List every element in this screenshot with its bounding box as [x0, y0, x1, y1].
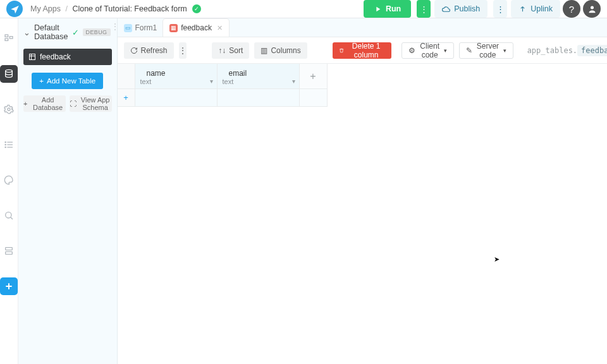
- tab-bar: ▭ Form1 ▦ feedback ✕: [118, 18, 607, 37]
- column-name: name: [140, 69, 212, 78]
- columns-icon: ▥: [261, 46, 267, 55]
- table-icon: [28, 53, 36, 61]
- columns-label: Columns: [271, 46, 300, 55]
- close-tab-icon[interactable]: ✕: [217, 24, 223, 32]
- sort-label: Sort: [229, 46, 243, 55]
- cloud-icon: [442, 5, 450, 13]
- chevron-down-icon: ▾: [444, 47, 447, 54]
- server-code-label: Server code: [475, 42, 500, 59]
- account-button[interactable]: [583, 0, 601, 18]
- view-app-schema-button[interactable]: ⛶ View App Schema: [70, 95, 112, 112]
- database-panel: ⌄ Default Database ✓ DEBUG feedback + Ad…: [18, 18, 118, 364]
- svg-rect-14: [6, 248, 13, 250]
- add-database-button[interactable]: + Add Database: [23, 95, 66, 112]
- play-icon: [374, 5, 382, 13]
- server-code-button[interactable]: ✎ Server code ▾: [459, 42, 513, 59]
- gear-icon: ⚙: [408, 46, 415, 55]
- rail-item-deploy[interactable]: [0, 242, 18, 260]
- editor-area: ▭ Form1 ▦ feedback ✕ Refresh ⋮ ↑↓ Sort ▥: [118, 18, 607, 364]
- app-logo[interactable]: [6, 1, 23, 17]
- run-menu-button[interactable]: ⋮: [417, 0, 431, 18]
- add-new-table-label: Add New Table: [47, 77, 95, 85]
- svg-rect-1: [5, 35, 8, 37]
- schema-icon: ⛶: [70, 100, 77, 107]
- svg-rect-2: [5, 39, 8, 40]
- delete-column-button[interactable]: Delete 1 column: [333, 42, 391, 59]
- uplink-label: Uplink: [530, 4, 553, 13]
- svg-point-5: [8, 108, 10, 111]
- run-label: Run: [386, 4, 401, 13]
- chevron-down-icon[interactable]: ▾: [210, 78, 213, 85]
- chevron-down-icon: ▾: [503, 47, 506, 54]
- rail-item-add[interactable]: [0, 277, 18, 295]
- rail-item-settings[interactable]: [0, 100, 18, 118]
- columns-button[interactable]: ▥ Columns: [254, 42, 307, 59]
- run-button[interactable]: Run: [364, 0, 411, 18]
- uplink-button[interactable]: Uplink: [511, 0, 560, 18]
- nav-rail: [0, 18, 18, 364]
- refresh-label: Refresh: [141, 46, 168, 55]
- tab-feedback[interactable]: ▦ feedback ✕: [163, 19, 229, 37]
- svg-point-12: [6, 212, 11, 218]
- add-database-label: Add Database: [30, 96, 65, 111]
- plus-icon: +: [39, 77, 44, 85]
- help-button[interactable]: ?: [563, 0, 580, 18]
- client-code-label: Client code: [419, 42, 441, 59]
- table-code-ref: app_tables.feedback: [527, 46, 607, 55]
- table-icon: ▦: [169, 24, 178, 32]
- publish-menu-button[interactable]: ⋮: [493, 0, 507, 18]
- table-item-feedback[interactable]: feedback: [23, 49, 112, 65]
- publish-label: Publish: [454, 4, 480, 13]
- trash-icon: [339, 47, 344, 54]
- svg-rect-18: [30, 54, 35, 60]
- row-number-header: [118, 64, 135, 89]
- db-connected-icon: ✓: [72, 28, 79, 37]
- client-code-button[interactable]: ⚙ Client code ▾: [402, 42, 454, 59]
- breadcrumb-current[interactable]: Clone of Tutorial: Feedback form: [72, 4, 187, 13]
- add-row-button[interactable]: +: [118, 89, 135, 107]
- database-name[interactable]: Default Database: [34, 23, 68, 41]
- sort-button[interactable]: ↑↓ Sort: [212, 42, 249, 59]
- tab-label: feedback: [181, 23, 212, 32]
- refresh-button[interactable]: Refresh: [124, 42, 174, 59]
- add-column-button[interactable]: +: [300, 64, 328, 89]
- svg-rect-15: [6, 252, 13, 254]
- rail-item-search[interactable]: [0, 207, 18, 224]
- db-env-badge: DEBUG: [83, 28, 111, 36]
- table-cell: [300, 89, 328, 107]
- add-new-table-button[interactable]: + Add New Table: [32, 73, 103, 89]
- rail-item-tree[interactable]: [0, 30, 18, 47]
- code-prefix: app_tables.: [527, 46, 577, 55]
- chevron-down-icon[interactable]: ▾: [292, 78, 295, 85]
- column-header-email[interactable]: email text ▾: [218, 64, 300, 89]
- svg-point-9: [5, 142, 6, 142]
- svg-line-13: [11, 217, 13, 219]
- chevron-down-icon[interactable]: ⌄: [23, 28, 30, 37]
- rail-item-outline[interactable]: [0, 136, 18, 154]
- column-name: email: [223, 69, 294, 78]
- svg-rect-3: [9, 37, 13, 39]
- refresh-icon: [130, 47, 138, 54]
- svg-point-10: [5, 144, 6, 145]
- rail-item-database[interactable]: [0, 65, 18, 83]
- column-type: text: [223, 78, 294, 85]
- column-header-name[interactable]: name text ▾: [135, 64, 218, 89]
- table-toolbar: Refresh ⋮ ↑↓ Sort ▥ Columns Delete 1 col…: [118, 37, 607, 64]
- data-grid: name text ▾ email text ▾ + + ➤: [118, 64, 607, 364]
- column-type: text: [140, 78, 212, 85]
- svg-point-4: [6, 70, 13, 72]
- sync-ok-icon: ✓: [192, 4, 201, 13]
- refresh-menu-button[interactable]: ⋮: [179, 42, 187, 59]
- breadcrumb-root[interactable]: My Apps: [30, 4, 61, 13]
- table-cell[interactable]: [135, 89, 218, 107]
- pencil-icon: ✎: [466, 46, 472, 55]
- publish-button[interactable]: Publish: [434, 0, 487, 18]
- tab-form1[interactable]: ▭ Form1: [118, 19, 164, 37]
- form-icon: ▭: [124, 24, 132, 32]
- rail-item-theme[interactable]: [0, 171, 18, 189]
- breadcrumb: My Apps / Clone of Tutorial: Feedback fo…: [30, 4, 187, 13]
- delete-label: Delete 1 column: [347, 42, 385, 59]
- table-cell[interactable]: [218, 89, 300, 107]
- user-icon: [587, 4, 597, 14]
- svg-point-11: [5, 147, 6, 147]
